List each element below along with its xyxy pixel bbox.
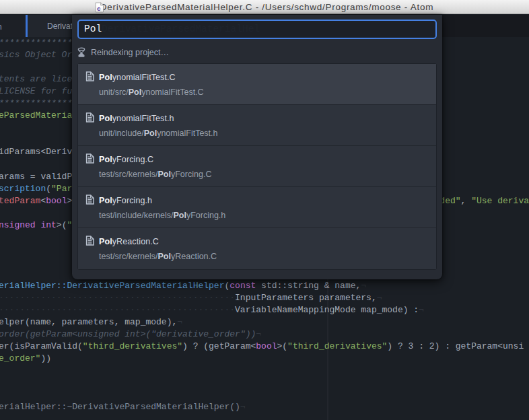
svg-text:c: c	[97, 5, 101, 13]
